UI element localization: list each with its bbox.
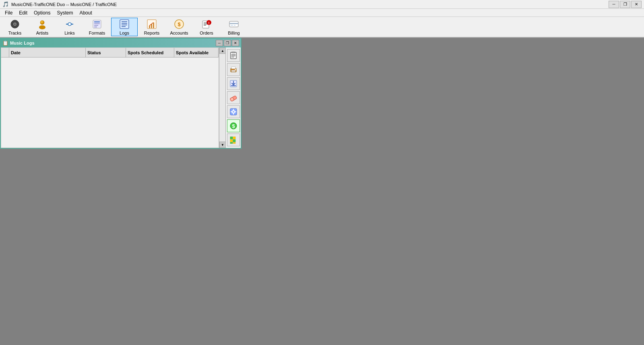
accounts-label: Accounts — [170, 31, 188, 35]
toolbar-formats[interactable]: Formats — [84, 18, 110, 36]
side-toolbar: $ — [225, 47, 241, 148]
music-logs-titlebar: 📋 Music Logs ─ ❐ ✕ — [1, 39, 241, 47]
menu-system[interactable]: System — [54, 9, 76, 16]
svg-rect-44 — [231, 85, 236, 86]
svg-point-5 — [39, 25, 45, 29]
mdi-minimize-button[interactable]: ─ — [216, 40, 223, 46]
svg-rect-58 — [233, 140, 235, 142]
links-label: Links — [64, 31, 75, 35]
mdi-restore-button[interactable]: ❐ — [224, 40, 231, 46]
svg-rect-11 — [94, 25, 98, 26]
svg-rect-33 — [234, 25, 235, 26]
title-bar: 🎵 MusicONE-TrafficONE Duo -- MusicONE / … — [0, 0, 644, 9]
svg-rect-16 — [122, 25, 127, 25]
close-button[interactable]: ✕ — [631, 1, 642, 8]
orders-icon: ! — [201, 18, 212, 30]
col-checkbox — [1, 48, 9, 57]
mdi-controls: ─ ❐ ✕ — [216, 40, 239, 46]
svg-rect-41 — [231, 70, 235, 72]
menu-options[interactable]: Options — [31, 9, 54, 16]
svg-rect-55 — [230, 137, 233, 139]
toolbar-accounts[interactable]: $ Accounts — [166, 18, 192, 36]
col-date: Date — [9, 48, 86, 57]
svg-rect-14 — [122, 21, 127, 22]
toolbar-reports[interactable]: Reports — [138, 18, 165, 36]
menu-bar: File Edit Options System About — [0, 9, 644, 17]
col-status: Status — [86, 48, 126, 57]
menu-edit[interactable]: Edit — [16, 9, 31, 16]
toolbar-links[interactable]: Links — [56, 18, 83, 36]
logs-label: Logs — [120, 31, 129, 35]
toolbar-logs[interactable]: Logs — [111, 18, 138, 36]
app-title: MusicONE-TrafficONE Duo -- MusicONE / Tr… — [11, 2, 117, 7]
billing-icon — [228, 18, 239, 30]
grid-button[interactable] — [227, 133, 240, 146]
table-body[interactable] — [1, 58, 219, 148]
logs-icon — [119, 18, 130, 30]
svg-rect-36 — [231, 54, 235, 55]
svg-rect-20 — [151, 24, 152, 28]
toolbar-artists[interactable]: Artists — [29, 18, 56, 36]
scroll-track[interactable] — [219, 54, 225, 142]
svg-rect-27 — [204, 23, 207, 23]
svg-text:!: ! — [208, 21, 210, 25]
music-logs-icon: 📋 — [2, 40, 8, 46]
menu-file[interactable]: File — [2, 9, 16, 16]
mdi-content: Date Status Spots Scheduled Spots Availa… — [1, 47, 241, 148]
artists-icon — [37, 18, 48, 30]
toolbar-billing[interactable]: Billing — [221, 18, 247, 36]
svg-rect-12 — [94, 27, 97, 27]
svg-rect-15 — [122, 23, 127, 24]
svg-point-42 — [235, 69, 236, 70]
svg-rect-13 — [120, 20, 129, 29]
svg-rect-19 — [149, 26, 150, 28]
music-logs-window: 📋 Music Logs ─ ❐ ✕ Date Status Spots Sch… — [0, 38, 242, 149]
links-icon — [64, 18, 75, 30]
table-header: Date Status Spots Scheduled Spots Availa… — [1, 48, 219, 58]
toolbar-orders[interactable]: ! Orders — [193, 18, 220, 36]
toolbar: Tracks Artists — [0, 17, 644, 38]
orders-label: Orders — [200, 31, 213, 35]
svg-rect-32 — [231, 25, 233, 26]
vertical-scrollbar[interactable]: ▲ ▼ — [219, 47, 225, 148]
svg-point-2 — [14, 24, 16, 25]
svg-point-6 — [40, 21, 44, 25]
svg-rect-37 — [231, 55, 235, 56]
reports-icon — [146, 18, 157, 30]
svg-rect-38 — [231, 57, 234, 58]
toolbar-tracks[interactable]: Tracks — [2, 18, 28, 36]
svg-rect-10 — [94, 23, 100, 24]
svg-rect-35 — [232, 52, 235, 53]
mdi-close-button[interactable]: ✕ — [232, 40, 239, 46]
scroll-down-button[interactable]: ▼ — [219, 142, 226, 148]
svg-rect-40 — [231, 67, 235, 69]
svg-rect-21 — [153, 23, 154, 28]
export-button[interactable] — [227, 77, 240, 90]
accounts-icon: $ — [173, 18, 185, 30]
reports-label: Reports — [144, 31, 160, 35]
app-icon: 🎵 — [2, 1, 9, 7]
svg-rect-31 — [229, 23, 238, 24]
music-logs-table: Date Status Spots Scheduled Spots Availa… — [1, 47, 219, 148]
minimize-button[interactable]: ─ — [609, 1, 619, 8]
scroll-up-button[interactable]: ▲ — [219, 47, 226, 54]
svg-rect-59 — [230, 142, 233, 144]
settings-button[interactable] — [227, 105, 240, 118]
svg-rect-56 — [233, 137, 235, 139]
menu-about[interactable]: About — [76, 9, 95, 16]
print-button[interactable] — [227, 63, 240, 76]
restore-button[interactable]: ❐ — [620, 1, 630, 8]
billing-label: Billing — [228, 31, 239, 35]
svg-rect-28 — [204, 24, 207, 25]
music-logs-title: Music Logs — [10, 41, 35, 45]
money-button[interactable]: $ — [227, 119, 240, 132]
svg-rect-9 — [94, 21, 100, 23]
tracks-label: Tracks — [8, 31, 22, 35]
svg-text:$: $ — [178, 21, 181, 27]
artists-label: Artists — [36, 31, 49, 35]
clear-button[interactable] — [227, 91, 240, 104]
col-spots-scheduled: Spots Scheduled — [126, 48, 174, 57]
svg-text:$: $ — [232, 123, 235, 129]
svg-rect-60 — [233, 142, 235, 144]
new-log-button[interactable] — [227, 49, 240, 62]
